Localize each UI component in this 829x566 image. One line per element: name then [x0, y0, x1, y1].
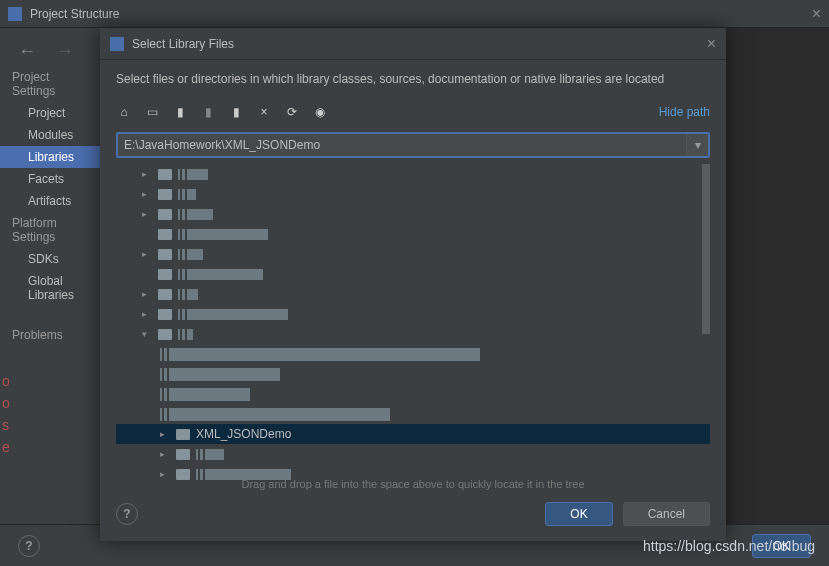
help-icon[interactable]: ? — [18, 535, 40, 557]
sidebar-section-project: Project Settings — [0, 66, 100, 102]
dialog-close-icon[interactable]: × — [707, 35, 716, 53]
tree-row[interactable] — [116, 384, 710, 404]
tree-row[interactable] — [116, 364, 710, 384]
path-input-wrapper: ▾ — [116, 132, 710, 158]
dialog-icon — [110, 37, 124, 51]
project-icon[interactable]: ▮ — [172, 104, 188, 120]
hide-path-link[interactable]: Hide path — [659, 105, 710, 119]
sidebar-item-modules[interactable]: Modules — [0, 124, 100, 146]
sidebar-section-problems: Problems — [0, 324, 100, 346]
sidebar-item-facets[interactable]: Facets — [0, 168, 100, 190]
folder-icon — [176, 449, 190, 460]
module-icon[interactable]: ▮ — [200, 104, 216, 120]
editor-gutter: oose — [0, 370, 10, 458]
sidebar-item-libraries[interactable]: Libraries — [0, 146, 100, 168]
delete-icon[interactable]: × — [256, 104, 272, 120]
dialog-toolbar: ⌂ ▭ ▮ ▮ ▮ × ⟳ ◉ Hide path — [100, 98, 726, 126]
sidebar-item-global[interactable]: Global Libraries — [0, 270, 100, 306]
selected-folder: XML_JSONDemo — [196, 427, 291, 441]
path-input[interactable] — [124, 138, 702, 152]
watermark: https://blog.csdn.net/noIbug — [643, 538, 815, 554]
sidebar-item-artifacts[interactable]: Artifacts — [0, 190, 100, 212]
refresh-icon[interactable]: ⟳ — [284, 104, 300, 120]
tree-row[interactable]: ▾ — [116, 324, 710, 344]
sidebar-item-sdks[interactable]: SDKs — [0, 248, 100, 270]
home-icon[interactable]: ⌂ — [116, 104, 132, 120]
tree-row[interactable] — [116, 344, 710, 364]
tree-row[interactable] — [116, 224, 710, 244]
tree-row[interactable]: ▸ — [116, 444, 710, 464]
drag-hint: Drag and drop a file into the space abov… — [116, 476, 710, 492]
folder-icon — [158, 309, 172, 320]
cancel-button[interactable]: Cancel — [623, 502, 710, 526]
window-title-bar: Project Structure × — [0, 0, 829, 28]
folder-icon — [158, 209, 172, 220]
ok-button[interactable]: OK — [545, 502, 612, 526]
tree-row[interactable] — [116, 264, 710, 284]
folder-icon — [158, 169, 172, 180]
window-title: Project Structure — [30, 7, 119, 21]
new-folder-icon[interactable]: ▮ — [228, 104, 244, 120]
close-icon[interactable]: × — [812, 5, 821, 23]
desktop-icon[interactable]: ▭ — [144, 104, 160, 120]
folder-icon — [176, 429, 190, 440]
tree-row[interactable]: ▸ — [116, 164, 710, 184]
dialog-title: Select Library Files — [132, 37, 234, 51]
dialog-title-bar: Select Library Files × — [100, 28, 726, 60]
folder-icon — [158, 329, 172, 340]
tree-row[interactable] — [116, 404, 710, 424]
dialog-description: Select files or directories in which lib… — [100, 60, 726, 98]
show-hidden-icon[interactable]: ◉ — [312, 104, 328, 120]
back-icon[interactable]: ← — [18, 41, 36, 62]
app-icon — [8, 7, 22, 21]
tree-row[interactable]: ▸ — [116, 184, 710, 204]
sidebar-section-platform: Platform Settings — [0, 212, 100, 248]
folder-icon — [158, 249, 172, 260]
tree-row-selected[interactable]: ▸XML_JSONDemo — [116, 424, 710, 444]
dialog-help-icon[interactable]: ? — [116, 503, 138, 525]
dialog-buttons: ? OK Cancel — [100, 492, 726, 536]
tree-row[interactable]: ▸ — [116, 244, 710, 264]
folder-icon — [158, 289, 172, 300]
folder-icon — [158, 269, 172, 280]
file-tree[interactable]: ▸ ▸ ▸ ▸ ▸ ▸ ▾ ▸XML_JSONDemo ▸ ▸ Drag and… — [116, 164, 710, 492]
file-dialog: Select Library Files × Select files or d… — [100, 28, 726, 541]
nav-arrows: ← → — [0, 36, 100, 66]
tree-row[interactable]: ▸ — [116, 284, 710, 304]
sidebar-item-project[interactable]: Project — [0, 102, 100, 124]
path-dropdown-icon[interactable]: ▾ — [686, 134, 708, 156]
sidebar: ← → Project Settings Project Modules Lib… — [0, 28, 100, 538]
folder-icon — [158, 229, 172, 240]
forward-icon[interactable]: → — [56, 41, 74, 62]
tree-row[interactable]: ▸ — [116, 204, 710, 224]
folder-icon — [158, 189, 172, 200]
tree-row[interactable]: ▸ — [116, 304, 710, 324]
